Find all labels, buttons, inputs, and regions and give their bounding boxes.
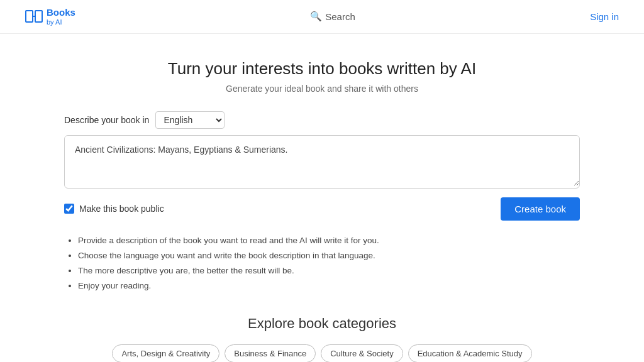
- search-icon: 🔍: [310, 11, 322, 22]
- hint-item: Choose the language you want and write t…: [78, 250, 580, 262]
- public-checkbox[interactable]: [64, 204, 74, 214]
- public-checkbox-label[interactable]: Make this book public: [64, 204, 164, 214]
- categories-title: Explore book categories: [64, 315, 580, 332]
- public-label-text: Make this book public: [79, 204, 164, 214]
- category-tag[interactable]: Education & Academic Study: [408, 344, 532, 362]
- book-icon: [25, 9, 43, 23]
- signin-link[interactable]: Sign in: [590, 11, 619, 22]
- actions-row: Make this book public Create book: [64, 197, 580, 221]
- hint-item: Provide a description of the book you wa…: [78, 234, 580, 247]
- hints-list: Provide a description of the book you wa…: [64, 234, 580, 293]
- describe-label: Describe your book in: [64, 115, 149, 125]
- language-select[interactable]: EnglishSpanishFrenchGermanItalianPortugu…: [155, 111, 225, 129]
- textarea-wrap: [64, 135, 580, 189]
- create-book-button[interactable]: Create book: [501, 197, 580, 221]
- hints-section: Provide a description of the book you wa…: [64, 234, 580, 293]
- search-button[interactable]: 🔍 Search: [310, 11, 355, 22]
- category-tag[interactable]: Arts, Design & Creativity: [112, 344, 219, 362]
- book-description-input[interactable]: [65, 136, 579, 186]
- logo-byai-text: by AI: [47, 18, 75, 26]
- categories-section: Explore book categories Arts, Design & C…: [64, 315, 580, 362]
- hero-title: Turn your interests into books written b…: [64, 59, 580, 79]
- logo-books-text: Books: [47, 8, 75, 18]
- search-label: Search: [325, 11, 355, 22]
- hint-item: The more descriptive you are, the better…: [78, 265, 580, 277]
- language-row: Describe your book in EnglishSpanishFren…: [64, 111, 580, 129]
- hero-subtitle: Generate your ideal book and share it wi…: [64, 84, 580, 94]
- hint-item: Enjoy your reading.: [78, 280, 580, 292]
- category-tag[interactable]: Culture & Society: [321, 344, 402, 362]
- svg-rect-1: [35, 11, 42, 22]
- tags-container: Arts, Design & CreativityBusiness & Fina…: [64, 344, 580, 362]
- logo[interactable]: Books by AI: [25, 8, 75, 26]
- category-tag[interactable]: Business & Finance: [225, 344, 316, 362]
- svg-rect-0: [26, 11, 33, 22]
